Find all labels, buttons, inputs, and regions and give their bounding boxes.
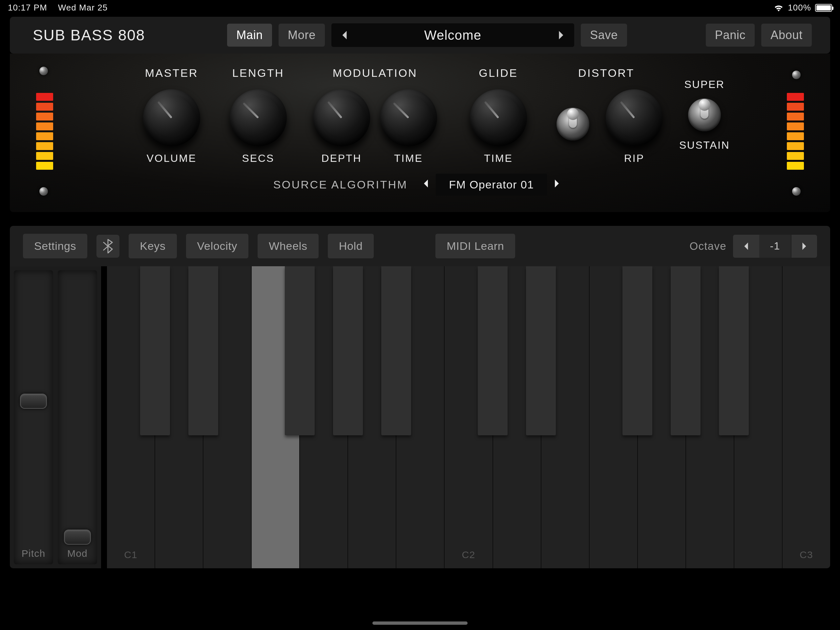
main-tab[interactable]: Main [227,24,272,47]
controls-row: MASTER VOLUME LENGTH SECS MODULATION [33,66,807,165]
more-tab[interactable]: More [279,24,325,47]
panic-button[interactable]: Panic [706,24,755,47]
preset-selector: Welcome [332,23,574,47]
velocity-button[interactable]: Velocity [186,234,249,258]
keyboard-toolbar: Settings Keys Velocity Wheels Hold MIDI … [10,226,830,266]
octave-label: Octave [690,240,726,252]
glide-time-knob[interactable] [470,89,527,146]
master-sub: VOLUME [147,152,197,165]
octave-value: -1 [759,235,791,258]
battery-icon [815,4,832,12]
key-label: C1 [124,549,137,560]
super-sustain-group: SUPER SUSTAIN [679,78,730,151]
status-time: 10:17 PM [8,3,47,13]
meter-segment [787,112,804,120]
meter-segment [787,122,804,130]
length-group: LENGTH SECS [230,66,287,165]
pitch-wheel[interactable]: Pitch [14,270,53,564]
meter-segment [36,152,53,160]
sustain-label: SUSTAIN [679,139,730,151]
logo-light: 808 [118,27,145,44]
status-right: 100% [774,3,832,13]
wheels-button[interactable]: Wheels [257,234,318,258]
source-next-button[interactable] [547,179,567,190]
hold-button[interactable]: Hold [328,234,374,258]
bluetooth-button[interactable] [96,235,120,258]
octave-down-button[interactable] [733,235,759,258]
source-prev-button[interactable] [416,179,436,190]
key-label: C3 [800,549,813,560]
wheels-panel: Pitch Mod [10,266,101,568]
mod-wheel[interactable]: Mod [58,270,97,564]
mod-time-knob[interactable] [380,89,437,146]
mod-label: Mod [67,548,88,559]
wifi-icon [774,4,784,12]
mod-wheel-thumb[interactable] [64,530,91,545]
distort-sub: RIP [624,152,644,165]
length-secs-knob[interactable] [230,89,287,146]
settings-button[interactable]: Settings [23,234,87,258]
modulation-group: MODULATION DEPTH TIME [313,66,437,165]
preset-name[interactable]: Welcome [358,28,548,43]
screw-icon [792,187,801,196]
piano-keyboard: C1C2C3 [107,266,830,568]
meter-segment [787,93,804,101]
distort-group: DISTORT RIP [550,66,663,165]
screw-icon [792,71,801,79]
super-sustain-toggle[interactable] [688,98,721,131]
about-button[interactable]: About [761,24,812,47]
mod-time-sub: TIME [394,152,423,165]
battery-percent: 100% [788,3,811,13]
length-title: LENGTH [232,66,284,79]
master-volume-knob[interactable] [143,89,200,146]
distort-rip-knob[interactable] [606,89,663,146]
mod-depth-knob[interactable] [313,89,370,146]
black-key[interactable] [671,266,701,435]
black-key[interactable] [333,266,363,435]
glide-sub: TIME [484,152,513,165]
black-key[interactable] [622,266,652,435]
meter-segment [36,162,53,170]
home-indicator [373,622,467,625]
app-logo: SUB BASS 808 [33,26,145,44]
source-value[interactable]: FM Operator 01 [436,174,547,196]
midi-learn-button[interactable]: MIDI Learn [436,234,515,258]
meter-segment [787,132,804,140]
mod-depth-sub: DEPTH [321,152,362,165]
meter-segment [36,103,53,111]
status-bar: 10:17 PM Wed Mar 25 100% [0,0,840,16]
meter-segment [36,132,53,140]
black-key[interactable] [140,266,170,435]
glide-group: GLIDE TIME [470,66,527,165]
level-meter-right [787,93,804,170]
screw-icon [39,66,48,75]
app-header: SUB BASS 808 Main More Welcome Save Pani… [10,17,830,54]
pitch-wheel-thumb[interactable] [20,394,47,409]
meter-segment [36,93,53,101]
screw-icon [39,187,48,196]
meter-segment [36,122,53,130]
black-key[interactable] [478,266,508,435]
meter-segment [787,103,804,111]
keyboard-area: Pitch Mod C1C2C3 [10,266,830,568]
synth-panel: MASTER VOLUME LENGTH SECS MODULATION [10,54,830,212]
black-key[interactable] [381,266,411,435]
status-date: Wed Mar 25 [58,3,108,13]
meter-segment [36,112,53,120]
meter-segment [787,142,804,150]
distort-toggle[interactable] [556,108,589,141]
black-key[interactable] [719,266,749,435]
black-key[interactable] [285,266,315,435]
black-key[interactable] [188,266,218,435]
keys-button[interactable]: Keys [129,234,177,258]
master-title: MASTER [145,66,198,79]
source-row: SOURCE ALGORITHM FM Operator 01 [33,174,807,196]
level-meter-left [36,93,53,170]
preset-prev-button[interactable] [332,23,358,47]
meter-segment [787,152,804,160]
octave-up-button[interactable] [791,235,817,258]
source-label: SOURCE ALGORITHM [273,178,408,191]
preset-next-button[interactable] [548,23,574,47]
black-key[interactable] [526,266,556,435]
save-button[interactable]: Save [581,24,627,47]
